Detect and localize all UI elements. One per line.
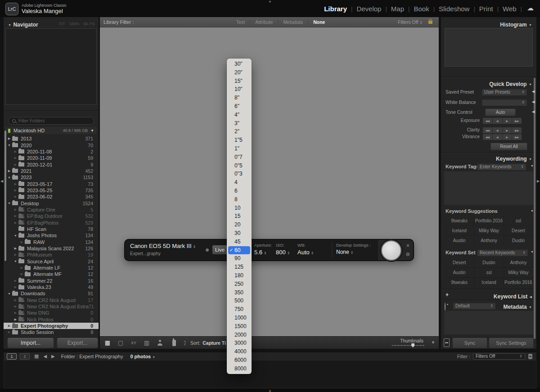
folder-filter-search[interactable]: Filter Folders — [8, 117, 94, 125]
right-panel-scrollbar[interactable] — [534, 78, 536, 339]
keyword-suggestion[interactable]: ssl — [504, 216, 533, 225]
decrease-button[interactable]: ◀ — [493, 127, 503, 133]
keyword-suggestion[interactable]: Portfolio 2016 — [474, 216, 503, 225]
increase-button[interactable]: ▶ — [503, 118, 513, 124]
close-icon[interactable]: × — [406, 243, 410, 249]
shutter-speed-option[interactable]: 10" — [227, 85, 252, 94]
loupe-view-icon[interactable]: ▢ — [115, 339, 126, 347]
shutter-release-button[interactable] — [381, 240, 401, 261]
folder-disclosure-icon[interactable]: ▶ — [13, 311, 18, 315]
shutter-speed-option[interactable]: 3000 — [227, 339, 252, 347]
saved-preset-select[interactable]: User Presets⇕ — [482, 88, 527, 96]
increase-button[interactable]: ▶ — [503, 127, 513, 133]
keyword-suggestion[interactable]: Iceland — [445, 225, 474, 235]
shutter-speed-option[interactable]: 45 — [227, 238, 252, 246]
compare-view-icon[interactable]: XY — [128, 339, 139, 347]
zoom-ratio[interactable]: 66.7% — [83, 22, 95, 26]
folder-row[interactable]: ▶?EP.Bag.Outdoor532 — [4, 213, 99, 219]
auto-tone-button[interactable]: Auto — [485, 108, 516, 116]
keyword-list-header[interactable]: Keyword List ◀ — [494, 292, 532, 300]
folder-row[interactable]: ▼Source April24 — [4, 258, 99, 265]
folder-disclosure-icon[interactable]: ▼ — [6, 292, 12, 295]
folder-row[interactable]: ▶Studio Session9 — [4, 329, 99, 335]
decrease-button[interactable]: ◀ — [493, 134, 503, 140]
folder-row[interactable]: ▶?Capture One5 — [4, 207, 99, 213]
decrease-button[interactable]: ◀ — [493, 118, 503, 124]
big-decrease-button[interactable]: ◀◀ — [483, 127, 493, 133]
folder-disclosure-icon[interactable]: ▶ — [6, 169, 12, 173]
folder-row[interactable]: ▶?Nick Photos0 — [4, 316, 99, 323]
shutter-speed-option[interactable]: ✓60 — [228, 246, 250, 255]
metadata-header[interactable]: Metadata ▼ — [504, 302, 532, 311]
shutter-speed-option[interactable]: 90 — [227, 254, 252, 263]
metadata-preset-select[interactable]: Default⇕ — [453, 302, 496, 310]
add-keyword-icon[interactable]: + — [446, 292, 449, 298]
shutter-speed-option[interactable]: 6 — [227, 187, 252, 195]
folder-disclosure-icon[interactable]: ▶ — [13, 163, 18, 167]
keyword-tags-select[interactable]: Enter Keywords⇕ — [477, 163, 526, 171]
filter-option-metadata[interactable]: Metadata — [278, 19, 308, 25]
shutter-speed-option[interactable]: 125 — [227, 263, 252, 271]
shutter-speed-option[interactable]: 250 — [227, 280, 252, 288]
module-tab-map[interactable]: Map — [391, 5, 404, 13]
folder-disclosure-icon[interactable]: ▼ — [6, 176, 12, 179]
increase-button[interactable]: ▶ — [503, 134, 513, 140]
folder-row[interactable]: ▶?New DNG0 — [4, 310, 99, 316]
shutter-speed-option[interactable]: 2000 — [227, 331, 252, 339]
folder-disclosure-icon[interactable]: ▶ — [6, 137, 12, 140]
folder-row[interactable]: ▶Valeska.2349 — [4, 284, 99, 290]
import-button[interactable]: Import... — [7, 338, 54, 348]
folder-disclosure-icon[interactable]: ▶ — [13, 214, 18, 218]
keyword-set-select[interactable]: Recent Keywords⇕ — [477, 249, 528, 257]
folder-disclosure-icon[interactable]: ▶ — [13, 305, 18, 308]
volume-collapse-icon[interactable]: ▼ — [90, 129, 94, 133]
keyword-suggestion[interactable]: Dustin — [504, 235, 533, 245]
shutter-speed-option[interactable]: 8 — [227, 195, 252, 204]
module-tab-slideshow[interactable]: Slideshow — [439, 5, 469, 13]
folder-disclosure-icon[interactable]: ▶ — [13, 285, 18, 289]
module-tab-print[interactable]: Print — [479, 5, 493, 13]
folder-disclosure-icon[interactable]: ▶ — [13, 189, 18, 192]
filter-lock-icon[interactable] — [428, 21, 432, 24]
live-button[interactable]: Live — [212, 245, 227, 254]
folder-disclosure-icon[interactable]: ▶ — [13, 182, 18, 186]
folder-disclosure-icon[interactable]: ▼ — [6, 202, 12, 205]
quick-develop-header[interactable]: Quick Develop ▼ — [489, 80, 532, 88]
shutter-speed-option[interactable]: 6" — [227, 102, 252, 111]
shutter-speed-option[interactable]: 4 — [227, 178, 252, 187]
folder-disclosure-icon[interactable]: ▶ — [13, 150, 18, 153]
folder-row[interactable]: ▶?EP.BagPhotos529 — [4, 219, 99, 225]
keyword-tags-box[interactable] — [444, 171, 534, 205]
folder-row[interactable]: ▼20231153 — [4, 174, 99, 180]
keyword-suggestion[interactable]: Milky Way — [474, 225, 503, 235]
folder-row[interactable]: ▶2020-11-0959 — [4, 155, 99, 161]
shutter-speed-option[interactable]: 4" — [227, 111, 252, 119]
reset-all-button[interactable]: Reset All — [490, 143, 527, 150]
folder-row[interactable]: ▶2020-12-019 — [4, 161, 99, 167]
folder-row[interactable]: ▼Downloads91 — [4, 290, 99, 297]
keyword-set-item[interactable]: Dustin — [474, 258, 503, 267]
module-tab-develop[interactable]: Develop — [356, 5, 381, 13]
folder-disclosure-icon[interactable]: ▶ — [13, 156, 18, 160]
keyword-suggestions-collapse-icon[interactable]: ▼ — [531, 209, 534, 212]
folder-disclosure-icon[interactable]: ▶ — [13, 221, 18, 225]
sort-value[interactable]: Capture Ti — [202, 340, 226, 346]
folder-disclosure-icon[interactable]: ▶ — [13, 318, 18, 321]
shutter-speed-option[interactable]: 1500 — [227, 322, 252, 331]
toolbar-options-icon[interactable]: ▼ — [431, 340, 435, 345]
secondary-window-button[interactable]: 2 — [20, 353, 30, 360]
keyword-set-item[interactable]: Iceland — [474, 277, 503, 287]
shutter-speed-option[interactable]: 20 — [227, 221, 252, 229]
keyword-suggestion[interactable]: Desert — [504, 225, 533, 235]
sync-switch-icon[interactable] — [444, 338, 450, 347]
metadata-eye-icon[interactable] — [445, 303, 446, 311]
folder-row[interactable]: HF Scan78 — [4, 226, 99, 232]
filter-option-text[interactable]: Text — [231, 19, 250, 25]
folder-disclosure-icon[interactable]: ▶ — [19, 266, 25, 270]
shutter-speed-option[interactable]: 1000 — [227, 314, 252, 322]
bottom-panel-toggle-icon[interactable]: ▲ — [269, 389, 272, 392]
white-balance-select[interactable]: ⇕ — [482, 99, 527, 106]
folder-row[interactable]: ▼Desktop1524 — [4, 200, 99, 206]
shutter-speed-option[interactable]: 15 — [227, 212, 252, 221]
shutter-speed-option[interactable]: 350 — [227, 288, 252, 297]
